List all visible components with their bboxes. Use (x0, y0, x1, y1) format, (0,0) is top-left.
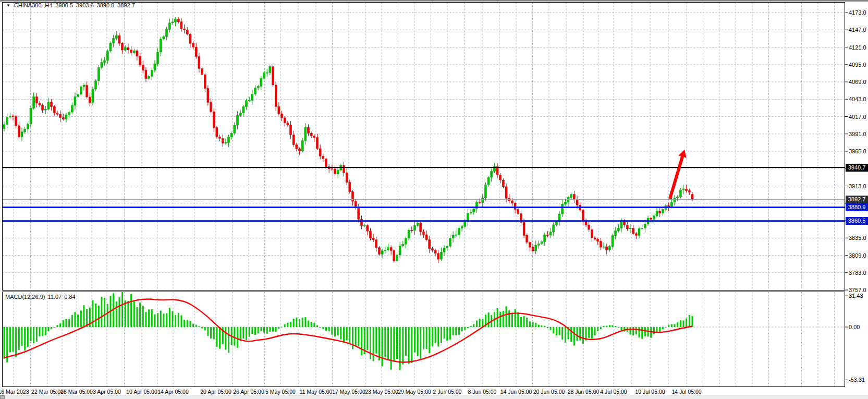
candle-body (9, 116, 11, 117)
candle-body (591, 229, 593, 238)
macd-histogram-bar (455, 327, 457, 335)
candle-body (691, 194, 693, 199)
candle-body (266, 72, 268, 73)
macd-histogram-bar (508, 310, 510, 327)
macd-histogram-bar (59, 323, 61, 327)
macd-histogram-bar (63, 320, 64, 327)
macd-histogram-bar (107, 304, 108, 327)
candle-body (213, 112, 215, 128)
candle-body (470, 212, 472, 213)
candle-body (434, 250, 436, 253)
macd-histogram-bar (337, 327, 339, 335)
price-tick-label: 3809.0 (849, 252, 866, 259)
candle-body (68, 112, 70, 115)
macd-histogram-bar (618, 327, 619, 328)
macd-histogram-bar (632, 327, 634, 335)
candle-body (269, 67, 271, 73)
macd-histogram-bar (408, 327, 410, 364)
macd-histogram-bar (27, 327, 29, 347)
level-lines (3, 167, 845, 221)
candle-body (564, 202, 566, 204)
price-chart-canvas[interactable] (0, 0, 868, 399)
macd-histogram-bar (195, 325, 197, 327)
macd-histogram-bar (322, 327, 324, 329)
macd-name: MACD(12,26,9) (5, 294, 45, 300)
candle-body (322, 156, 324, 159)
candle-body (35, 96, 38, 103)
candle-body (576, 200, 578, 205)
candle-body (97, 68, 100, 81)
macd-histogram-bar (464, 327, 466, 330)
candle-body (113, 39, 115, 43)
candle-body (337, 170, 339, 174)
macd-histogram-bar (121, 292, 123, 327)
candle-body (246, 101, 248, 107)
macd-histogram-bar (402, 327, 404, 365)
candle-body (449, 238, 451, 247)
pane-resize-handle[interactable] (0, 290, 846, 292)
macd-histogram-bar (151, 309, 153, 327)
macd-histogram-bar (556, 327, 557, 335)
macd-histogram-bar (304, 317, 306, 327)
candle-body (644, 224, 646, 228)
candle-body (210, 102, 212, 112)
candle-body (537, 244, 540, 245)
candle-body (296, 145, 298, 149)
macd-histogram-bar (320, 327, 321, 328)
candle-body (372, 238, 374, 240)
candle-body (74, 97, 76, 106)
candle-body (139, 56, 141, 65)
candle-body (346, 173, 348, 183)
candle-body (201, 68, 203, 75)
macd-histogram-bar (331, 327, 333, 335)
candle-body (532, 247, 534, 251)
macd-histogram-bar (449, 327, 451, 340)
macd-histogram-bar (160, 311, 162, 327)
candle-body (670, 202, 673, 207)
macd-histogram-bar (269, 327, 271, 332)
candle-body (686, 189, 688, 190)
macd-histogram-bar (80, 310, 82, 327)
macd-histogram-bar (9, 327, 11, 352)
candle-body (263, 73, 265, 79)
macd-histogram-bar (187, 320, 188, 327)
macd-histogram-bar (375, 327, 377, 354)
macd-histogram-bar (4, 327, 5, 359)
candle-body (570, 195, 572, 198)
macd-histogram-bar (361, 327, 362, 355)
macd-histogram-bar (24, 327, 26, 350)
candle-body (310, 133, 312, 136)
quote-open: 3900.5 (55, 2, 73, 8)
candle-body (80, 87, 82, 94)
trend-arrow-head[interactable] (678, 150, 686, 158)
candle-body (15, 116, 17, 126)
candle-body (629, 228, 631, 228)
candle-body (177, 19, 179, 22)
macd-histogram-bar (479, 319, 481, 327)
macd-histogram-bar (393, 327, 395, 362)
symbol-dropdown-icon[interactable]: ▼ (6, 3, 10, 8)
macd-histogram-bar (180, 316, 182, 327)
horizontal-scrollbar[interactable] (0, 395, 868, 399)
candle-body (561, 204, 564, 214)
candle-body (511, 201, 513, 203)
macd-histogram-bar (683, 320, 684, 327)
candle-body (384, 250, 386, 251)
candle-body (284, 118, 286, 123)
candle-body (523, 222, 525, 235)
candle-body (600, 241, 602, 247)
macd-histogram-bar (668, 325, 669, 327)
candle-body (446, 246, 448, 248)
macd-histogram-bar (45, 327, 46, 335)
macd-histogram-bar (420, 327, 421, 359)
macd-histogram-bar (446, 327, 448, 341)
price-tick-label: 3991.0 (849, 130, 866, 138)
macd-histogram-bar (275, 327, 277, 332)
candle-body (207, 89, 209, 103)
candle-body (349, 183, 351, 192)
candle-body (688, 191, 690, 192)
scrollbar-thumb[interactable] (0, 395, 5, 399)
candle-body (86, 85, 88, 97)
candle-body (316, 138, 319, 149)
macd-histogram-bar (139, 303, 141, 327)
